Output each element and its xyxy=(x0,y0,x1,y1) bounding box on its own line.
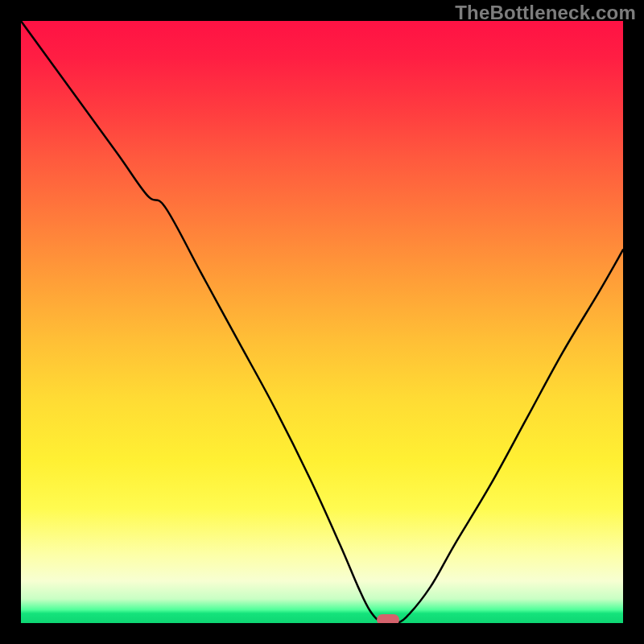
plot-area xyxy=(21,21,623,623)
bottleneck-curve xyxy=(21,21,623,623)
watermark-text: TheBottleneck.com xyxy=(455,2,636,24)
chart-frame: TheBottleneck.com xyxy=(0,0,644,644)
optimal-point-marker xyxy=(377,614,399,623)
